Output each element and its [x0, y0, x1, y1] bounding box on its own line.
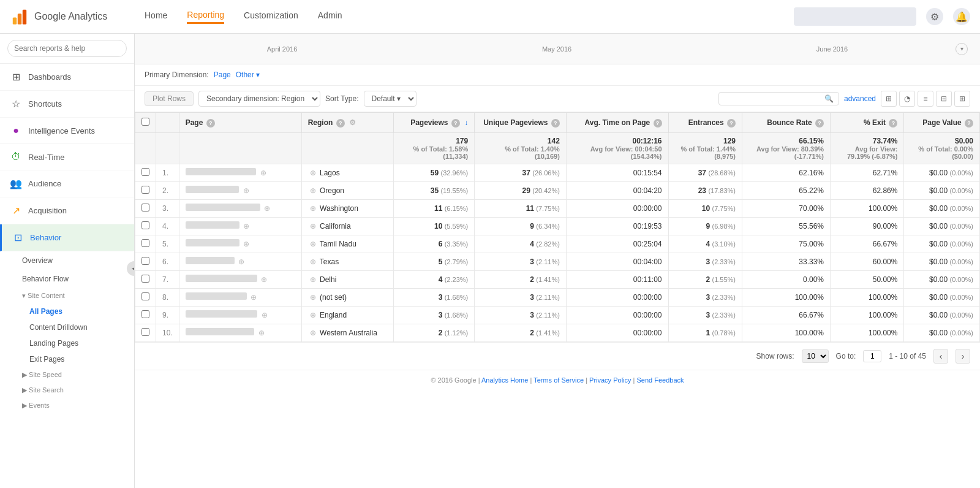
page-link-icon[interactable]: ⊕ [241, 221, 251, 231]
page-dimension-link[interactable]: Page [214, 71, 231, 79]
footer-privacy[interactable]: Privacy Policy [589, 376, 631, 384]
region-link-icon[interactable]: ⊕ [308, 221, 318, 231]
avg-time-help-icon[interactable]: ? [654, 119, 662, 128]
sidebar-item-dashboards[interactable]: ⊞ Dashboards [0, 64, 134, 91]
region-link-icon[interactable]: ⊕ [308, 204, 318, 213]
page-link-icon[interactable]: ⊕ [257, 328, 266, 338]
page-link-icon[interactable]: ⊕ [249, 292, 258, 302]
region-link-icon[interactable]: ⊕ [308, 328, 318, 338]
next-page-button[interactable]: › [956, 349, 970, 364]
sidebar-label-intelligence: Intelligence Events [28, 126, 95, 135]
nav-admin[interactable]: Admin [318, 10, 342, 23]
other-dimension-link[interactable]: Other ▾ [236, 71, 260, 79]
sidebar-item-audience[interactable]: 👥 Audience [0, 170, 134, 197]
region-link-icon[interactable]: ⊕ [308, 239, 318, 249]
sidebar-section-events[interactable]: ▶ Events [0, 398, 134, 413]
goto-page-input[interactable] [863, 350, 881, 362]
pageviews-help-icon[interactable]: ? [451, 119, 460, 128]
sidebar-item-intelligence[interactable]: ● Intelligence Events [0, 118, 134, 144]
search-icon[interactable]: 🔍 [824, 94, 834, 103]
sidebar-sub-allpages[interactable]: All Pages [0, 303, 134, 319]
sidebar-label-behavior: Behavior [30, 233, 61, 242]
secondary-dimension-select[interactable]: Secondary dimension: Region [198, 91, 320, 107]
prev-page-button[interactable]: ‹ [933, 349, 948, 364]
region-link-icon[interactable]: ⊕ [308, 257, 318, 267]
region-link-icon[interactable]: ⊕ [308, 292, 318, 302]
sidebar-item-behavior[interactable]: ⊡ Behavior [0, 224, 134, 251]
sidebar-sub-overview[interactable]: Overview [0, 251, 134, 270]
bounce-rate-help-icon[interactable]: ? [815, 119, 824, 128]
main-layout: ◀ ⊞ Dashboards ☆ Shortcuts ● Intelligenc… [0, 34, 980, 488]
footer-analytics-home[interactable]: Analytics Home [481, 376, 528, 384]
pct-exit-help-icon[interactable]: ? [889, 119, 897, 128]
footer-terms[interactable]: Terms of Service [533, 376, 584, 384]
view-icon-pie[interactable]: ◔ [899, 91, 915, 107]
sidebar-sub-contentdrilldown[interactable]: Content Drilldown [0, 319, 134, 335]
bounce-rate-cell: 62.16% [742, 164, 831, 182]
nav-reporting[interactable]: Reporting [187, 10, 224, 24]
region-config-icon[interactable]: ⚙ [349, 118, 356, 127]
rows-per-page-select[interactable]: 10 25 50 [802, 349, 829, 363]
header-avg-time[interactable]: Avg. Time on Page ? [566, 113, 668, 133]
unique-pageviews-help-icon[interactable]: ? [551, 119, 560, 128]
header-page[interactable]: Page ? [179, 113, 301, 133]
region-help-icon[interactable]: ? [336, 119, 345, 128]
sidebar-sub-landingpages[interactable]: Landing Pages [0, 335, 134, 351]
view-icon-pivot[interactable]: ⊟ [936, 91, 952, 107]
region-link-icon[interactable]: ⊕ [308, 275, 318, 284]
nav-customization[interactable]: Customization [244, 10, 298, 23]
header-pageviews[interactable]: Pageviews ? ↓ [393, 113, 475, 133]
sidebar: ◀ ⊞ Dashboards ☆ Shortcuts ● Intelligenc… [0, 34, 135, 488]
entrances-help-icon[interactable]: ? [727, 119, 736, 128]
region-link-icon[interactable]: ⊕ [308, 168, 318, 178]
google-analytics-logo [10, 7, 29, 26]
region-cell: ⊕ Lagos [301, 164, 393, 182]
footer-copyright: © 2016 Google [431, 376, 476, 384]
timeline-dropdown[interactable]: ▾ [956, 43, 968, 55]
nav-home[interactable]: Home [145, 10, 167, 23]
footer-feedback[interactable]: Send Feedback [637, 376, 684, 384]
sidebar-section-sitesearch[interactable]: ▶ Site Search [0, 383, 134, 398]
settings-icon[interactable]: ⚙ [926, 8, 943, 25]
notifications-icon[interactable]: 🔔 [953, 8, 970, 25]
view-icon-table[interactable]: ⊞ [881, 91, 897, 107]
page-value-cell: $0.00 (0.00%) [904, 218, 980, 235]
header-pct-exit[interactable]: % Exit ? [831, 113, 904, 133]
page-cell: ⊕ [179, 164, 301, 182]
sidebar-item-shortcuts[interactable]: ☆ Shortcuts [0, 91, 134, 118]
view-icon-bar[interactable]: ≡ [918, 91, 933, 107]
header-entrances[interactable]: Entrances ? [668, 113, 742, 133]
region-link-icon[interactable]: ⊕ [308, 310, 318, 320]
sidebar-section-site-content[interactable]: ▾ Site Content [0, 288, 134, 303]
header-bounce-rate[interactable]: Bounce Rate ? [742, 113, 831, 133]
plot-rows-button[interactable]: Plot Rows [145, 91, 194, 106]
page-link-icon[interactable]: ⊕ [262, 204, 272, 213]
page-link-icon[interactable]: ⊕ [259, 275, 269, 284]
page-cell: ⊕ [179, 307, 301, 324]
page-link-icon[interactable]: ⊕ [258, 168, 268, 178]
header-unique-pageviews[interactable]: Unique Pageviews ? [475, 113, 567, 133]
table-search-input[interactable] [724, 94, 822, 103]
sidebar-sub-exitpages[interactable]: Exit Pages [0, 351, 134, 367]
header-page-value[interactable]: Page Value ? [904, 113, 980, 133]
page-link-icon[interactable]: ⊕ [260, 310, 270, 320]
page-link-icon[interactable]: ⊕ [241, 239, 251, 249]
header-checkbox[interactable] [135, 113, 156, 133]
sidebar-item-acquisition[interactable]: ↗ Acquisition [0, 197, 134, 224]
sort-type-select[interactable]: Default ▾ [364, 91, 417, 107]
page-link-icon[interactable]: ⊕ [236, 257, 246, 267]
region-link-icon[interactable]: ⊕ [308, 186, 318, 196]
pct-exit-cell: 62.86% [831, 182, 904, 200]
sidebar-sub-behaviorflow[interactable]: Behavior Flow [0, 270, 134, 288]
table-header-row: Page ? Region ? ⚙ Pageviews ? ↓ Unique [135, 113, 980, 133]
header-region[interactable]: Region ? ⚙ [301, 113, 393, 133]
view-icon-custom[interactable]: ⊞ [954, 91, 970, 107]
bounce-rate-cell: 65.22% [742, 182, 831, 200]
advanced-link[interactable]: advanced [844, 94, 876, 103]
page-link-icon[interactable]: ⊕ [241, 186, 251, 196]
sidebar-section-sitespeed[interactable]: ▶ Site Speed [0, 367, 134, 383]
page-value-help-icon[interactable]: ? [965, 119, 973, 128]
sidebar-item-realtime[interactable]: ⏱ Real-Time [0, 144, 134, 170]
search-input[interactable] [7, 40, 127, 57]
page-help-icon[interactable]: ? [206, 119, 215, 128]
